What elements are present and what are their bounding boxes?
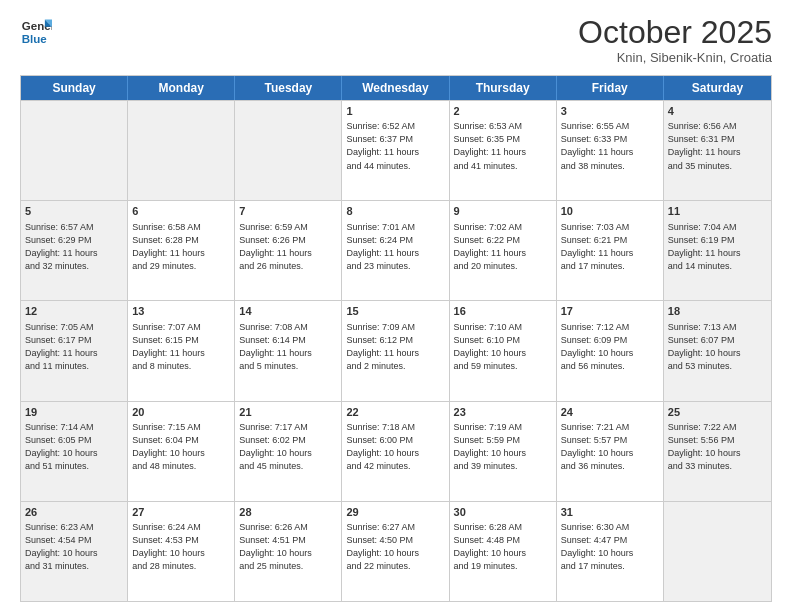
day-number: 24 xyxy=(561,405,659,420)
calendar-cell-12: 12Sunrise: 7:05 AM Sunset: 6:17 PM Dayli… xyxy=(21,301,128,400)
day-info: Sunrise: 6:56 AM Sunset: 6:31 PM Dayligh… xyxy=(668,120,767,172)
day-number: 10 xyxy=(561,204,659,219)
day-number: 9 xyxy=(454,204,552,219)
day-info: Sunrise: 7:09 AM Sunset: 6:12 PM Dayligh… xyxy=(346,321,444,373)
day-info: Sunrise: 6:53 AM Sunset: 6:35 PM Dayligh… xyxy=(454,120,552,172)
day-number: 31 xyxy=(561,505,659,520)
day-info: Sunrise: 7:04 AM Sunset: 6:19 PM Dayligh… xyxy=(668,221,767,273)
calendar-cell-empty xyxy=(235,101,342,200)
day-info: Sunrise: 6:26 AM Sunset: 4:51 PM Dayligh… xyxy=(239,521,337,573)
day-info: Sunrise: 7:03 AM Sunset: 6:21 PM Dayligh… xyxy=(561,221,659,273)
calendar-cell-19: 19Sunrise: 7:14 AM Sunset: 6:05 PM Dayli… xyxy=(21,402,128,501)
day-info: Sunrise: 6:55 AM Sunset: 6:33 PM Dayligh… xyxy=(561,120,659,172)
calendar-cell-10: 10Sunrise: 7:03 AM Sunset: 6:21 PM Dayli… xyxy=(557,201,664,300)
day-info: Sunrise: 7:14 AM Sunset: 6:05 PM Dayligh… xyxy=(25,421,123,473)
day-number: 7 xyxy=(239,204,337,219)
calendar-cell-25: 25Sunrise: 7:22 AM Sunset: 5:56 PM Dayli… xyxy=(664,402,771,501)
calendar-header: SundayMondayTuesdayWednesdayThursdayFrid… xyxy=(21,76,771,100)
day-number: 26 xyxy=(25,505,123,520)
calendar-cell-empty xyxy=(21,101,128,200)
day-number: 1 xyxy=(346,104,444,119)
day-info: Sunrise: 6:28 AM Sunset: 4:48 PM Dayligh… xyxy=(454,521,552,573)
week-row-0: 1Sunrise: 6:52 AM Sunset: 6:37 PM Daylig… xyxy=(21,100,771,200)
day-info: Sunrise: 6:57 AM Sunset: 6:29 PM Dayligh… xyxy=(25,221,123,273)
day-info: Sunrise: 7:15 AM Sunset: 6:04 PM Dayligh… xyxy=(132,421,230,473)
day-info: Sunrise: 7:18 AM Sunset: 6:00 PM Dayligh… xyxy=(346,421,444,473)
calendar-cell-7: 7Sunrise: 6:59 AM Sunset: 6:26 PM Daylig… xyxy=(235,201,342,300)
month-title: October 2025 xyxy=(578,16,772,48)
day-number: 20 xyxy=(132,405,230,420)
day-number: 6 xyxy=(132,204,230,219)
calendar-cell-13: 13Sunrise: 7:07 AM Sunset: 6:15 PM Dayli… xyxy=(128,301,235,400)
calendar-body: 1Sunrise: 6:52 AM Sunset: 6:37 PM Daylig… xyxy=(21,100,771,601)
day-info: Sunrise: 6:59 AM Sunset: 6:26 PM Dayligh… xyxy=(239,221,337,273)
day-info: Sunrise: 7:22 AM Sunset: 5:56 PM Dayligh… xyxy=(668,421,767,473)
logo-icon: General Blue xyxy=(20,16,52,48)
day-info: Sunrise: 7:10 AM Sunset: 6:10 PM Dayligh… xyxy=(454,321,552,373)
day-number: 12 xyxy=(25,304,123,319)
day-number: 13 xyxy=(132,304,230,319)
calendar-cell-5: 5Sunrise: 6:57 AM Sunset: 6:29 PM Daylig… xyxy=(21,201,128,300)
calendar-cell-27: 27Sunrise: 6:24 AM Sunset: 4:53 PM Dayli… xyxy=(128,502,235,601)
day-info: Sunrise: 6:30 AM Sunset: 4:47 PM Dayligh… xyxy=(561,521,659,573)
header: General Blue October 2025 Knin, Sibenik-… xyxy=(20,16,772,65)
header-day-monday: Monday xyxy=(128,76,235,100)
day-info: Sunrise: 7:02 AM Sunset: 6:22 PM Dayligh… xyxy=(454,221,552,273)
day-number: 16 xyxy=(454,304,552,319)
calendar-cell-30: 30Sunrise: 6:28 AM Sunset: 4:48 PM Dayli… xyxy=(450,502,557,601)
day-info: Sunrise: 7:07 AM Sunset: 6:15 PM Dayligh… xyxy=(132,321,230,373)
day-number: 18 xyxy=(668,304,767,319)
header-day-tuesday: Tuesday xyxy=(235,76,342,100)
day-number: 27 xyxy=(132,505,230,520)
day-info: Sunrise: 6:23 AM Sunset: 4:54 PM Dayligh… xyxy=(25,521,123,573)
day-number: 30 xyxy=(454,505,552,520)
calendar: SundayMondayTuesdayWednesdayThursdayFrid… xyxy=(20,75,772,602)
calendar-cell-11: 11Sunrise: 7:04 AM Sunset: 6:19 PM Dayli… xyxy=(664,201,771,300)
week-row-4: 26Sunrise: 6:23 AM Sunset: 4:54 PM Dayli… xyxy=(21,501,771,601)
day-number: 14 xyxy=(239,304,337,319)
day-number: 23 xyxy=(454,405,552,420)
header-day-thursday: Thursday xyxy=(450,76,557,100)
day-number: 4 xyxy=(668,104,767,119)
day-number: 22 xyxy=(346,405,444,420)
day-number: 25 xyxy=(668,405,767,420)
day-number: 11 xyxy=(668,204,767,219)
day-number: 15 xyxy=(346,304,444,319)
day-info: Sunrise: 6:27 AM Sunset: 4:50 PM Dayligh… xyxy=(346,521,444,573)
day-info: Sunrise: 7:13 AM Sunset: 6:07 PM Dayligh… xyxy=(668,321,767,373)
day-number: 28 xyxy=(239,505,337,520)
location-subtitle: Knin, Sibenik-Knin, Croatia xyxy=(578,50,772,65)
week-row-2: 12Sunrise: 7:05 AM Sunset: 6:17 PM Dayli… xyxy=(21,300,771,400)
calendar-cell-24: 24Sunrise: 7:21 AM Sunset: 5:57 PM Dayli… xyxy=(557,402,664,501)
header-day-sunday: Sunday xyxy=(21,76,128,100)
calendar-cell-18: 18Sunrise: 7:13 AM Sunset: 6:07 PM Dayli… xyxy=(664,301,771,400)
title-block: October 2025 Knin, Sibenik-Knin, Croatia xyxy=(578,16,772,65)
calendar-cell-28: 28Sunrise: 6:26 AM Sunset: 4:51 PM Dayli… xyxy=(235,502,342,601)
page: General Blue October 2025 Knin, Sibenik-… xyxy=(0,0,792,612)
header-day-friday: Friday xyxy=(557,76,664,100)
calendar-cell-21: 21Sunrise: 7:17 AM Sunset: 6:02 PM Dayli… xyxy=(235,402,342,501)
day-number: 21 xyxy=(239,405,337,420)
day-info: Sunrise: 7:05 AM Sunset: 6:17 PM Dayligh… xyxy=(25,321,123,373)
calendar-cell-17: 17Sunrise: 7:12 AM Sunset: 6:09 PM Dayli… xyxy=(557,301,664,400)
calendar-cell-26: 26Sunrise: 6:23 AM Sunset: 4:54 PM Dayli… xyxy=(21,502,128,601)
week-row-3: 19Sunrise: 7:14 AM Sunset: 6:05 PM Dayli… xyxy=(21,401,771,501)
calendar-cell-29: 29Sunrise: 6:27 AM Sunset: 4:50 PM Dayli… xyxy=(342,502,449,601)
day-number: 19 xyxy=(25,405,123,420)
calendar-cell-22: 22Sunrise: 7:18 AM Sunset: 6:00 PM Dayli… xyxy=(342,402,449,501)
calendar-cell-3: 3Sunrise: 6:55 AM Sunset: 6:33 PM Daylig… xyxy=(557,101,664,200)
calendar-cell-14: 14Sunrise: 7:08 AM Sunset: 6:14 PM Dayli… xyxy=(235,301,342,400)
day-number: 8 xyxy=(346,204,444,219)
calendar-cell-20: 20Sunrise: 7:15 AM Sunset: 6:04 PM Dayli… xyxy=(128,402,235,501)
calendar-cell-empty xyxy=(664,502,771,601)
day-info: Sunrise: 7:08 AM Sunset: 6:14 PM Dayligh… xyxy=(239,321,337,373)
calendar-cell-23: 23Sunrise: 7:19 AM Sunset: 5:59 PM Dayli… xyxy=(450,402,557,501)
day-info: Sunrise: 6:58 AM Sunset: 6:28 PM Dayligh… xyxy=(132,221,230,273)
day-info: Sunrise: 7:12 AM Sunset: 6:09 PM Dayligh… xyxy=(561,321,659,373)
calendar-cell-9: 9Sunrise: 7:02 AM Sunset: 6:22 PM Daylig… xyxy=(450,201,557,300)
day-info: Sunrise: 7:01 AM Sunset: 6:24 PM Dayligh… xyxy=(346,221,444,273)
day-info: Sunrise: 7:19 AM Sunset: 5:59 PM Dayligh… xyxy=(454,421,552,473)
day-number: 2 xyxy=(454,104,552,119)
calendar-cell-6: 6Sunrise: 6:58 AM Sunset: 6:28 PM Daylig… xyxy=(128,201,235,300)
calendar-cell-31: 31Sunrise: 6:30 AM Sunset: 4:47 PM Dayli… xyxy=(557,502,664,601)
